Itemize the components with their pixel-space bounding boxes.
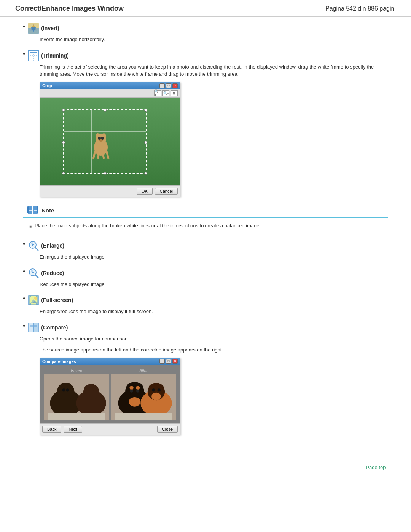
- compare-minimize-btn: _: [159, 359, 165, 364]
- enlarge-svg-icon: [28, 240, 39, 251]
- note-bullet-text: Place the main subjects along the broken…: [35, 222, 261, 230]
- crop-handle-bm[interactable]: [104, 172, 107, 175]
- next-button[interactable]: Next: [64, 426, 82, 433]
- before-puppy-svg: [44, 374, 109, 420]
- trimming-icon: [28, 50, 39, 61]
- bullet-dot-invert: •: [23, 22, 25, 32]
- close-btn: ✕: [172, 83, 178, 88]
- svg-point-59: [66, 388, 69, 391]
- enlarge-icon: [28, 240, 39, 251]
- fullscreen-desc: Enlarges/reduces the image to display it…: [40, 308, 388, 315]
- v-guideline2: [119, 110, 119, 173]
- svg-rect-46: [29, 323, 33, 332]
- page-top-link[interactable]: Page top↑: [366, 465, 388, 470]
- svg-point-44: [34, 297, 37, 300]
- svg-point-62: [84, 385, 90, 391]
- svg-point-74: [129, 397, 140, 407]
- compare-before-panel: Before: [44, 369, 109, 420]
- enlarge-section: • (Enlarge) Enlarges the displayed image…: [23, 240, 388, 261]
- invert-section: • (Invert) Inverts the image horizontall…: [23, 23, 388, 43]
- svg-point-79: [152, 388, 155, 391]
- trimming-svg-icon: [28, 50, 39, 61]
- svg-point-58: [62, 388, 65, 391]
- crop-handle-br[interactable]: [144, 172, 147, 175]
- invert-svg-icon: [28, 23, 39, 34]
- compare-icon: [28, 322, 39, 333]
- crop-footer: OK Cancel: [40, 185, 180, 197]
- svg-point-70: [129, 386, 133, 390]
- main-content: • (Invert) Inverts the image horizontall…: [0, 23, 411, 457]
- fullscreen-btn[interactable]: ⊞: [171, 90, 178, 96]
- svg-rect-20: [27, 206, 29, 213]
- svg-point-72: [130, 389, 133, 392]
- crop-handle-tl[interactable]: [62, 109, 65, 112]
- page-top-text: Page top: [366, 465, 386, 470]
- crop-toolbar: 🔍+ 🔍- ⊞: [40, 89, 180, 98]
- compare-section: • (Compare) Opens the source image for c…: [23, 322, 388, 435]
- trimming-section: • (Trimming) Trimming is the act of sele…: [23, 50, 388, 234]
- compare-image-area: Before: [40, 365, 180, 423]
- compare-label: (Compare): [41, 322, 68, 333]
- after-puppy-svg: [111, 374, 176, 420]
- crop-image-area: [40, 98, 180, 185]
- close-button[interactable]: Close: [157, 426, 178, 433]
- reduce-icon: [28, 268, 39, 278]
- before-image: [44, 374, 109, 420]
- note-box: Note ■ Place the main subjects along the…: [23, 203, 388, 234]
- crop-handle-bl[interactable]: [62, 172, 65, 175]
- compare-desc-line1: Opens the source image for comparison.: [40, 335, 388, 343]
- zoom-out-btn[interactable]: 🔍-: [162, 90, 169, 96]
- page-info: Pagina 542 din 886 pagini: [325, 5, 396, 12]
- back-button[interactable]: Back: [42, 426, 61, 433]
- zoom-in-btn[interactable]: 🔍+: [154, 90, 161, 96]
- note-title: Note: [41, 207, 54, 214]
- compare-nav-buttons: Back Next: [42, 426, 82, 433]
- crop-title: Crop: [42, 83, 52, 88]
- svg-point-71: [136, 386, 140, 390]
- crop-window: Crop _ □ ✕ 🔍+ 🔍- ⊞: [40, 82, 180, 197]
- compare-svg-icon: [28, 322, 39, 333]
- compare-close-btn: ✕: [172, 359, 178, 364]
- fullscreen-item: • (Full-screen): [23, 295, 388, 305]
- svg-point-34: [31, 242, 33, 244]
- crop-screenshot: Crop _ □ ✕ 🔍+ 🔍- ⊞: [40, 82, 388, 197]
- reduce-svg-icon: [28, 268, 39, 278]
- svg-rect-64: [48, 413, 105, 420]
- invert-icon: [28, 23, 39, 34]
- h-guideline2: [64, 153, 146, 153]
- trimming-item: • (Trimming): [23, 50, 388, 61]
- note-header: Note: [23, 203, 388, 218]
- reduce-label: (Reduce): [41, 268, 64, 278]
- fullscreen-section: • (Full-screen) Enlarges/reduces: [23, 295, 388, 315]
- invert-desc: Inverts the image horizontally.: [40, 36, 388, 43]
- svg-rect-82: [115, 413, 172, 420]
- svg-point-80: [158, 388, 161, 391]
- crop-handle-tm[interactable]: [104, 109, 107, 112]
- svg-point-39: [31, 270, 33, 272]
- compare-item: • (Compare): [23, 322, 388, 333]
- cancel-button[interactable]: Cancel: [155, 188, 178, 195]
- note-bullet-marker: ■: [29, 224, 32, 229]
- ok-button[interactable]: OK: [137, 188, 153, 195]
- enlarge-label: (Enlarge): [41, 240, 64, 251]
- crop-selection-frame: [63, 109, 147, 174]
- bullet-dot-fullscreen: •: [23, 294, 25, 304]
- compare-after-panel: After: [111, 369, 176, 420]
- crop-handle-ml[interactable]: [62, 141, 65, 144]
- note-body: ■ Place the main subjects along the brok…: [23, 218, 388, 233]
- compare-maximize-btn: □: [166, 359, 171, 364]
- compare-toolbar: Back Next Close: [40, 423, 180, 435]
- page-title: Correct/Enhance Images Window: [15, 5, 124, 13]
- svg-point-73: [136, 389, 139, 392]
- enlarge-desc: Enlarges the displayed image.: [40, 253, 388, 261]
- compare-desc-line2: The source image appears on the left and…: [40, 346, 388, 354]
- page-top-section: Page top↑: [0, 457, 411, 478]
- reduce-section: • (Reduce) Reduces the displayed image.: [23, 268, 388, 288]
- bullet-dot-compare: •: [23, 321, 25, 331]
- svg-point-63: [92, 385, 98, 391]
- note-svg-icon: [27, 206, 38, 214]
- bullet-dot-reduce: •: [23, 267, 25, 276]
- fullscreen-label: (Full-screen): [41, 295, 73, 305]
- crop-handle-tr[interactable]: [144, 109, 147, 112]
- crop-handle-mr[interactable]: [144, 141, 147, 144]
